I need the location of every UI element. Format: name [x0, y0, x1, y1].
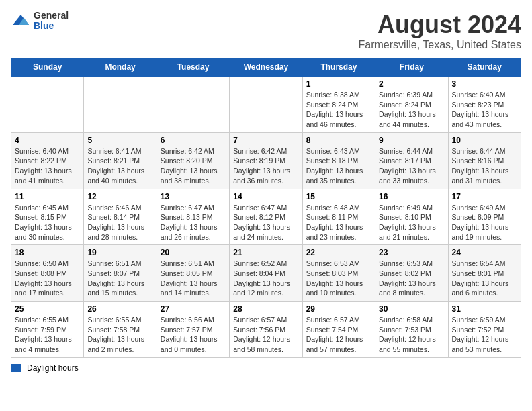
day-number: 19	[87, 248, 152, 257]
day-info: Sunrise: 6:52 AMSunset: 8:04 PMDaylight:…	[233, 259, 298, 298]
day-info: Sunrise: 6:48 AMSunset: 8:11 PMDaylight:…	[306, 203, 371, 242]
day-number: 20	[161, 248, 226, 257]
calendar-day: 5Sunrise: 6:41 AMSunset: 8:21 PMDaylight…	[84, 132, 157, 189]
day-number: 13	[161, 192, 226, 201]
day-info: Sunrise: 6:51 AMSunset: 8:05 PMDaylight:…	[161, 259, 226, 298]
calendar-day: 14Sunrise: 6:47 AMSunset: 8:12 PMDayligh…	[230, 189, 302, 245]
day-number: 7	[233, 136, 298, 145]
day-number: 21	[233, 248, 298, 257]
calendar-day: 31Sunrise: 6:59 AMSunset: 7:52 PMDayligh…	[448, 302, 521, 358]
day-info: Sunrise: 6:41 AMSunset: 8:21 PMDaylight:…	[87, 146, 152, 186]
calendar-week: 18Sunrise: 6:50 AMSunset: 8:08 PMDayligh…	[11, 245, 521, 302]
header-day: Saturday	[448, 58, 521, 77]
calendar-day: 22Sunrise: 6:53 AMSunset: 8:03 PMDayligh…	[302, 245, 375, 302]
header-day: Friday	[375, 58, 448, 77]
day-number: 17	[452, 192, 517, 201]
logo-blue: Blue	[34, 21, 69, 31]
header-day: Monday	[84, 58, 157, 77]
calendar-day: 26Sunrise: 6:55 AMSunset: 7:58 PMDayligh…	[84, 302, 157, 358]
day-info: Sunrise: 6:50 AMSunset: 8:08 PMDaylight:…	[15, 259, 80, 298]
calendar-week: 1Sunrise: 6:38 AMSunset: 8:24 PMDaylight…	[11, 77, 521, 133]
day-number: 3	[452, 79, 517, 89]
day-number: 23	[379, 248, 444, 257]
day-number: 26	[87, 304, 152, 314]
calendar-day: 8Sunrise: 6:43 AMSunset: 8:18 PMDaylight…	[302, 132, 375, 189]
calendar-week: 11Sunrise: 6:45 AMSunset: 8:15 PMDayligh…	[11, 189, 521, 245]
day-info: Sunrise: 6:47 AMSunset: 8:12 PMDaylight:…	[233, 203, 298, 242]
day-info: Sunrise: 6:45 AMSunset: 8:15 PMDaylight:…	[15, 203, 80, 242]
day-number: 14	[233, 192, 298, 201]
page-header: General Blue August 2024 Farmersville, T…	[11, 11, 521, 51]
day-number: 2	[379, 79, 444, 89]
header-row: SundayMondayTuesdayWednesdayThursdayFrid…	[11, 58, 521, 77]
calendar-day: 16Sunrise: 6:49 AMSunset: 8:10 PMDayligh…	[375, 189, 448, 245]
day-info: Sunrise: 6:55 AMSunset: 7:59 PMDaylight:…	[15, 315, 80, 355]
calendar-day: 20Sunrise: 6:51 AMSunset: 8:05 PMDayligh…	[157, 245, 229, 302]
header-day: Sunday	[11, 58, 84, 77]
calendar-day: 3Sunrise: 6:40 AMSunset: 8:23 PMDaylight…	[448, 77, 521, 133]
day-info: Sunrise: 6:40 AMSunset: 8:22 PMDaylight:…	[15, 146, 80, 186]
day-info: Sunrise: 6:51 AMSunset: 8:07 PMDaylight:…	[87, 259, 152, 298]
day-info: Sunrise: 6:49 AMSunset: 8:09 PMDaylight:…	[452, 203, 517, 242]
calendar-day: 11Sunrise: 6:45 AMSunset: 8:15 PMDayligh…	[11, 189, 84, 245]
calendar-day: 25Sunrise: 6:55 AMSunset: 7:59 PMDayligh…	[11, 302, 84, 358]
calendar-day: 1Sunrise: 6:38 AMSunset: 8:24 PMDaylight…	[302, 77, 375, 133]
day-info: Sunrise: 6:43 AMSunset: 8:18 PMDaylight:…	[306, 146, 371, 186]
calendar-day: 4Sunrise: 6:40 AMSunset: 8:22 PMDaylight…	[11, 132, 84, 189]
calendar-day: 19Sunrise: 6:51 AMSunset: 8:07 PMDayligh…	[84, 245, 157, 302]
day-number: 8	[306, 136, 371, 145]
day-number: 24	[452, 248, 517, 257]
location-title: Farmersville, Texas, United States	[359, 39, 521, 51]
calendar-day	[11, 77, 84, 133]
logo-icon	[11, 11, 31, 31]
calendar-day	[84, 77, 157, 133]
day-number: 5	[87, 136, 152, 145]
day-info: Sunrise: 6:53 AMSunset: 8:03 PMDaylight:…	[306, 259, 371, 298]
calendar-week: 4Sunrise: 6:40 AMSunset: 8:22 PMDaylight…	[11, 132, 521, 189]
calendar-day: 9Sunrise: 6:44 AMSunset: 8:17 PMDaylight…	[375, 132, 448, 189]
day-number: 18	[15, 248, 80, 257]
day-info: Sunrise: 6:56 AMSunset: 7:57 PMDaylight:…	[161, 315, 226, 355]
title-area: August 2024 Farmersville, Texas, United …	[359, 11, 521, 51]
day-number: 31	[452, 304, 517, 314]
day-info: Sunrise: 6:59 AMSunset: 7:52 PMDaylight:…	[452, 315, 517, 355]
header-day: Tuesday	[157, 58, 229, 77]
header-day: Wednesday	[230, 58, 302, 77]
day-number: 22	[306, 248, 371, 257]
day-info: Sunrise: 6:40 AMSunset: 8:23 PMDaylight:…	[452, 90, 517, 130]
calendar-day	[230, 77, 302, 133]
calendar-table: SundayMondayTuesdayWednesdayThursdayFrid…	[11, 58, 521, 358]
day-number: 12	[87, 192, 152, 201]
calendar-day: 10Sunrise: 6:44 AMSunset: 8:16 PMDayligh…	[448, 132, 521, 189]
day-info: Sunrise: 6:58 AMSunset: 7:53 PMDaylight:…	[379, 315, 444, 355]
day-number: 16	[379, 192, 444, 201]
day-info: Sunrise: 6:47 AMSunset: 8:13 PMDaylight:…	[161, 203, 226, 242]
day-info: Sunrise: 6:57 AMSunset: 7:54 PMDaylight:…	[306, 315, 371, 355]
calendar-day: 21Sunrise: 6:52 AMSunset: 8:04 PMDayligh…	[230, 245, 302, 302]
legend-label: Daylight hours	[27, 363, 79, 373]
calendar-day: 13Sunrise: 6:47 AMSunset: 8:13 PMDayligh…	[157, 189, 229, 245]
calendar-week: 25Sunrise: 6:55 AMSunset: 7:59 PMDayligh…	[11, 302, 521, 358]
day-info: Sunrise: 6:38 AMSunset: 8:24 PMDaylight:…	[306, 90, 371, 130]
calendar-day: 15Sunrise: 6:48 AMSunset: 8:11 PMDayligh…	[302, 189, 375, 245]
day-info: Sunrise: 6:42 AMSunset: 8:20 PMDaylight:…	[161, 146, 226, 186]
calendar-day	[157, 77, 229, 133]
calendar-day: 2Sunrise: 6:39 AMSunset: 8:24 PMDaylight…	[375, 77, 448, 133]
calendar-day: 17Sunrise: 6:49 AMSunset: 8:09 PMDayligh…	[448, 189, 521, 245]
day-info: Sunrise: 6:57 AMSunset: 7:56 PMDaylight:…	[233, 315, 298, 355]
day-info: Sunrise: 6:44 AMSunset: 8:17 PMDaylight:…	[379, 146, 444, 186]
day-number: 29	[306, 304, 371, 314]
calendar-day: 24Sunrise: 6:54 AMSunset: 8:01 PMDayligh…	[448, 245, 521, 302]
legend-box	[11, 364, 21, 372]
month-year-title: August 2024	[359, 11, 521, 39]
day-info: Sunrise: 6:49 AMSunset: 8:10 PMDaylight:…	[379, 203, 444, 242]
day-number: 28	[233, 304, 298, 314]
day-info: Sunrise: 6:55 AMSunset: 7:58 PMDaylight:…	[87, 315, 152, 355]
day-info: Sunrise: 6:42 AMSunset: 8:19 PMDaylight:…	[233, 146, 298, 186]
day-info: Sunrise: 6:44 AMSunset: 8:16 PMDaylight:…	[452, 146, 517, 186]
logo-text: General Blue	[34, 11, 69, 32]
day-info: Sunrise: 6:46 AMSunset: 8:14 PMDaylight:…	[87, 203, 152, 242]
day-number: 11	[15, 192, 80, 201]
day-info: Sunrise: 6:54 AMSunset: 8:01 PMDaylight:…	[452, 259, 517, 298]
day-number: 30	[379, 304, 444, 314]
